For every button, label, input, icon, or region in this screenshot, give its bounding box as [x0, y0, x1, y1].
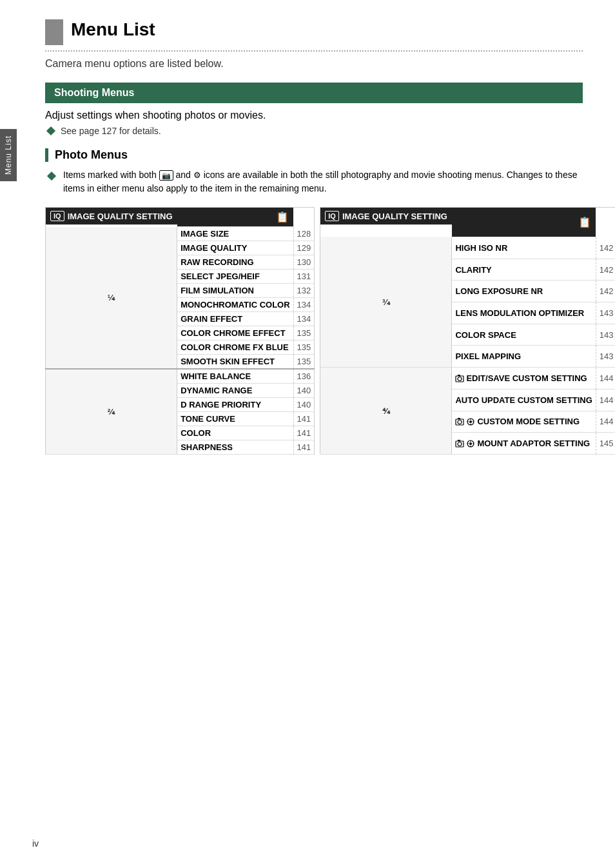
page-135c: 135	[293, 355, 315, 370]
see-page-text: See page 127 for details.	[61, 126, 161, 136]
table-row: ⁴⁄₄ EDIT/SAVE CUSTOM SETTING 144	[320, 368, 615, 390]
right-table-header: IQ IMAGE QUALITY SETTING 📋	[320, 208, 615, 237]
item-smooth-skin: SMOOTH SKIN EFFECT	[177, 355, 293, 370]
page-144c: 144	[596, 411, 615, 433]
svg-rect-7	[458, 418, 460, 419]
page-142c: 142	[596, 281, 615, 302]
left-book-icon: 📋	[177, 208, 293, 227]
page-footer: iv	[32, 838, 39, 849]
title-block: Menu List	[45, 19, 583, 45]
left-menu-table: IQ IMAGE QUALITY SETTING 📋 ¹⁄₄ IMAGE SIZ…	[45, 207, 315, 455]
tables-container: IQ IMAGE QUALITY SETTING 📋 ¹⁄₄ IMAGE SIZ…	[45, 207, 583, 455]
item-select-jpeg: SELECT JPEG/HEIF	[177, 270, 293, 284]
shooting-menus-note: See page 127 for details.	[45, 125, 583, 137]
photo-menus-header: Photo Menus	[45, 148, 583, 162]
right-table-title: IMAGE QUALITY SETTING	[342, 212, 447, 221]
photo-menus-info-text: Items marked with both 📷 and ⚙ icons are…	[63, 168, 583, 195]
page-141b: 141	[293, 426, 315, 440]
page-142a: 142	[596, 237, 615, 259]
item-color-chrome-fx: COLOR CHROME FX BLUE	[177, 340, 293, 355]
item-long-exposure-nr: LONG EXPOSURE NR	[452, 281, 596, 302]
item-film-simulation: FILM SIMULATION	[177, 284, 293, 298]
page-144b: 144	[596, 389, 615, 411]
page-131: 131	[293, 270, 315, 284]
right-menu-table: IQ IMAGE QUALITY SETTING 📋 ³⁄₄ HIGH ISO …	[320, 207, 615, 455]
camera-icon-mount	[455, 439, 464, 448]
item-raw-recording: RAW RECORDING	[177, 255, 293, 270]
page-135a: 135	[293, 326, 315, 340]
item-color: COLOR	[177, 426, 293, 440]
svg-point-9	[469, 420, 472, 423]
item-image-size: IMAGE SIZE	[177, 227, 293, 241]
page-134b: 134	[293, 312, 315, 326]
svg-rect-4	[458, 375, 460, 376]
item-dynamic-range: DYNAMIC RANGE	[177, 384, 293, 398]
page-title: Menu List	[71, 19, 155, 40]
svg-point-15	[458, 442, 462, 446]
page-141a: 141	[293, 412, 315, 426]
movie-icon-custom	[466, 417, 475, 426]
left-table-header: IQ IMAGE QUALITY SETTING 📋	[46, 208, 315, 227]
title-bar-accent	[45, 19, 63, 45]
table-row: ³⁄₄ HIGH ISO NR 142	[320, 237, 615, 259]
item-edit-save-custom: EDIT/SAVE CUSTOM SETTING	[452, 368, 596, 390]
camera-icon-custom	[455, 417, 464, 426]
item-grain-effect: GRAIN EFFECT	[177, 312, 293, 326]
page-145: 145	[596, 433, 615, 455]
item-mount-adaptor: MOUNT ADAPTOR SETTING	[452, 433, 596, 455]
shooting-menus-header: Shooting Menus	[45, 83, 583, 103]
page-128: 128	[293, 227, 315, 241]
title-divider	[45, 50, 583, 52]
item-color-chrome-effect: COLOR CHROME EFFECT	[177, 326, 293, 340]
page-140a: 140	[293, 384, 315, 398]
right-iq-icon: IQ	[325, 211, 339, 221]
page-143c: 143	[596, 346, 615, 368]
page-144a: 144	[596, 368, 615, 390]
table-row: ¹⁄₄ IMAGE SIZE 128	[46, 227, 315, 241]
item-white-balance: WHITE BALANCE	[177, 369, 293, 384]
left-iq-icon: IQ	[50, 211, 64, 221]
left-table-title: IMAGE QUALITY SETTING	[68, 212, 173, 221]
page-141c: 141	[293, 440, 315, 455]
item-sharpness: SHARPNESS	[177, 440, 293, 455]
side-tab-label: Menu List	[0, 129, 17, 181]
group-24-label: ²⁄₄	[46, 369, 177, 455]
item-clarity: CLARITY	[452, 259, 596, 281]
table-row: ²⁄₄ WHITE BALANCE 136	[46, 369, 315, 384]
svg-point-18	[469, 442, 472, 445]
group-14-label: ¹⁄₄	[46, 227, 177, 370]
item-tone-curve: TONE CURVE	[177, 412, 293, 426]
camera-icon-small	[455, 374, 464, 383]
item-image-quality: IMAGE QUALITY	[177, 241, 293, 255]
svg-point-6	[458, 420, 462, 424]
movie-icon-mount	[466, 439, 475, 448]
page-143a: 143	[596, 302, 615, 324]
photo-menus-info: Items marked with both 📷 and ⚙ icons are…	[45, 168, 583, 195]
group-44-label: ⁴⁄₄	[320, 368, 452, 455]
svg-rect-1	[47, 172, 56, 181]
page-134a: 134	[293, 298, 315, 312]
page-136: 136	[293, 369, 315, 384]
svg-point-3	[458, 377, 462, 380]
shooting-menus-desc: Adjust settings when shooting photos or …	[45, 110, 583, 121]
svg-rect-16	[458, 440, 460, 441]
page-143b: 143	[596, 324, 615, 346]
info-diamond-icon	[45, 170, 58, 182]
item-monochromatic-color: MONOCHROMATIC COLOR	[177, 298, 293, 312]
page-140b: 140	[293, 398, 315, 412]
page-130: 130	[293, 255, 315, 270]
item-d-range-priority: D RANGE PRIORITY	[177, 398, 293, 412]
subtitle: Camera menu options are listed below.	[45, 58, 583, 70]
item-custom-mode-setting: CUSTOM MODE SETTING	[452, 411, 596, 433]
page-135b: 135	[293, 340, 315, 355]
item-high-iso-nr: HIGH ISO NR	[452, 237, 596, 259]
page-129: 129	[293, 241, 315, 255]
page-132: 132	[293, 284, 315, 298]
svg-rect-0	[46, 126, 55, 135]
page-142b: 142	[596, 259, 615, 281]
item-auto-update-custom: AUTO UPDATE CUSTOM SETTING	[452, 389, 596, 411]
item-lens-modulation: LENS MODULATION OPTIMIZER	[452, 302, 596, 324]
item-color-space: COLOR SPACE	[452, 324, 596, 346]
right-book-icon: 📋	[452, 208, 596, 237]
diamond-icon	[45, 125, 57, 137]
